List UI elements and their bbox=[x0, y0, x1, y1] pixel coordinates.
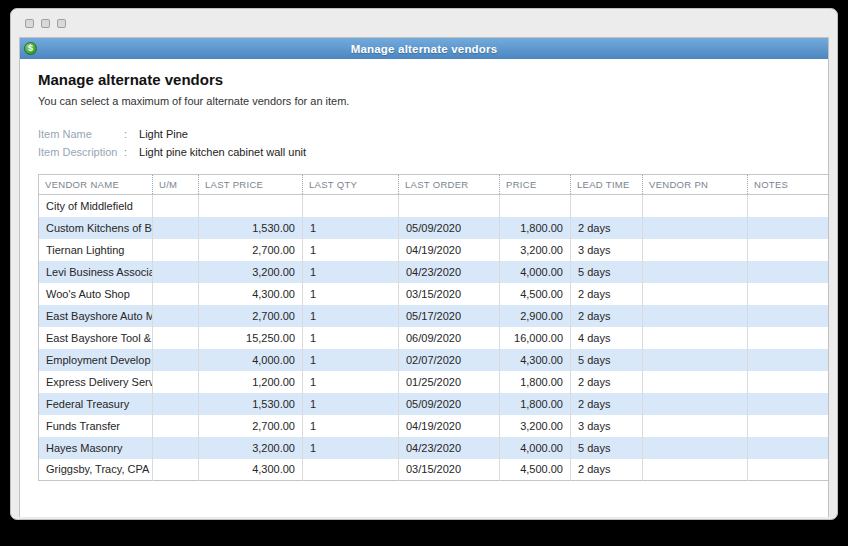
table-cell[interactable]: 1 bbox=[303, 217, 399, 239]
table-cell[interactable] bbox=[748, 415, 829, 437]
table-cell[interactable]: 04/23/2020 bbox=[399, 261, 500, 283]
table-cell[interactable]: 4,300.00 bbox=[199, 283, 303, 305]
table-cell[interactable] bbox=[643, 195, 748, 217]
table-cell[interactable]: 3 days bbox=[571, 415, 643, 437]
table-cell[interactable] bbox=[153, 283, 199, 305]
zoom-button[interactable] bbox=[57, 19, 66, 28]
table-row[interactable]: Levi Business Associa3,200.00104/23/2020… bbox=[39, 261, 829, 283]
table-row[interactable]: East Bayshore Tool & S15,250.00106/09/20… bbox=[39, 327, 829, 349]
table-cell[interactable] bbox=[153, 459, 199, 481]
table-cell[interactable]: 15,250.00 bbox=[199, 327, 303, 349]
table-cell[interactable]: Tiernan Lighting bbox=[39, 239, 153, 261]
table-cell[interactable] bbox=[153, 195, 199, 217]
table-cell[interactable]: 1 bbox=[303, 283, 399, 305]
table-cell[interactable]: 4,300.00 bbox=[199, 459, 303, 481]
table-row[interactable]: Woo's Auto Shop4,300.00103/15/20204,500.… bbox=[39, 283, 829, 305]
table-row[interactable]: Griggsby, Tracy, CPA4,300.0003/15/20204,… bbox=[39, 459, 829, 481]
table-cell[interactable]: 2 days bbox=[571, 217, 643, 239]
table-cell[interactable]: 2 days bbox=[571, 393, 643, 415]
table-cell[interactable]: 1 bbox=[303, 261, 399, 283]
table-cell[interactable]: 3,200.00 bbox=[500, 415, 571, 437]
table-cell[interactable]: 05/17/2020 bbox=[399, 305, 500, 327]
table-cell[interactable]: 2,900.00 bbox=[500, 305, 571, 327]
table-cell[interactable]: 04/19/2020 bbox=[399, 415, 500, 437]
table-row[interactable]: Express Delivery Servic1,200.00101/25/20… bbox=[39, 371, 829, 393]
table-cell[interactable] bbox=[748, 239, 829, 261]
table-cell[interactable] bbox=[153, 349, 199, 371]
table-cell[interactable]: 1 bbox=[303, 437, 399, 459]
table-cell[interactable]: 2 days bbox=[571, 459, 643, 481]
table-cell[interactable]: 1 bbox=[303, 415, 399, 437]
table-cell[interactable] bbox=[748, 393, 829, 415]
table-cell[interactable]: Custom Kitchens of Ba bbox=[39, 217, 153, 239]
table-cell[interactable] bbox=[643, 305, 748, 327]
table-cell[interactable] bbox=[643, 261, 748, 283]
table-cell[interactable]: East Bayshore Tool & S bbox=[39, 327, 153, 349]
table-cell[interactable]: 1 bbox=[303, 327, 399, 349]
table-cell[interactable] bbox=[643, 239, 748, 261]
table-cell[interactable] bbox=[643, 283, 748, 305]
table-cell[interactable] bbox=[643, 217, 748, 239]
table-cell[interactable] bbox=[153, 305, 199, 327]
table-cell[interactable] bbox=[153, 371, 199, 393]
table-cell[interactable]: 1 bbox=[303, 393, 399, 415]
table-cell[interactable]: 2 days bbox=[571, 283, 643, 305]
table-cell[interactable]: 2,700.00 bbox=[199, 239, 303, 261]
table-cell[interactable] bbox=[643, 437, 748, 459]
table-cell[interactable] bbox=[199, 195, 303, 217]
table-cell[interactable] bbox=[399, 195, 500, 217]
table-row[interactable]: Employment Develop4,000.00102/07/20204,3… bbox=[39, 349, 829, 371]
table-cell[interactable]: 2 days bbox=[571, 305, 643, 327]
table-cell[interactable]: 1 bbox=[303, 349, 399, 371]
dialog-titlebar[interactable]: $ Manage alternate vendors bbox=[20, 38, 828, 59]
table-cell[interactable] bbox=[748, 283, 829, 305]
table-cell[interactable]: 1,530.00 bbox=[199, 217, 303, 239]
table-cell[interactable] bbox=[153, 327, 199, 349]
table-cell[interactable]: 06/09/2020 bbox=[399, 327, 500, 349]
table-cell[interactable]: 04/23/2020 bbox=[399, 437, 500, 459]
table-cell[interactable]: 4,000.00 bbox=[500, 261, 571, 283]
table-row[interactable]: Tiernan Lighting2,700.00104/19/20203,200… bbox=[39, 239, 829, 261]
table-cell[interactable] bbox=[643, 393, 748, 415]
table-cell[interactable]: 2,700.00 bbox=[199, 415, 303, 437]
table-cell[interactable] bbox=[748, 371, 829, 393]
table-row[interactable]: Custom Kitchens of Ba1,530.00105/09/2020… bbox=[39, 217, 829, 239]
table-cell[interactable] bbox=[153, 261, 199, 283]
table-cell[interactable]: 3,200.00 bbox=[199, 261, 303, 283]
table-cell[interactable]: 05/09/2020 bbox=[399, 217, 500, 239]
table-cell[interactable] bbox=[643, 349, 748, 371]
table-cell[interactable]: 2,700.00 bbox=[199, 305, 303, 327]
table-cell[interactable] bbox=[748, 217, 829, 239]
table-cell[interactable]: 3,200.00 bbox=[199, 437, 303, 459]
table-cell[interactable]: 5 days bbox=[571, 349, 643, 371]
table-cell[interactable]: 03/15/2020 bbox=[399, 283, 500, 305]
table-cell[interactable]: 4,500.00 bbox=[500, 283, 571, 305]
close-button[interactable] bbox=[25, 19, 34, 28]
table-row[interactable]: Federal Treasury1,530.00105/09/20201,800… bbox=[39, 393, 829, 415]
table-cell[interactable]: 5 days bbox=[571, 437, 643, 459]
table-cell[interactable]: 2 days bbox=[571, 371, 643, 393]
table-cell[interactable]: Hayes Masonry bbox=[39, 437, 153, 459]
table-cell[interactable]: East Bayshore Auto Ma bbox=[39, 305, 153, 327]
table-row[interactable]: City of Middlefield bbox=[39, 195, 829, 217]
table-cell[interactable]: 1 bbox=[303, 239, 399, 261]
table-cell[interactable] bbox=[748, 437, 829, 459]
table-cell[interactable]: Griggsby, Tracy, CPA bbox=[39, 459, 153, 481]
table-cell[interactable]: Express Delivery Servic bbox=[39, 371, 153, 393]
table-cell[interactable]: 1 bbox=[303, 305, 399, 327]
table-cell[interactable] bbox=[153, 239, 199, 261]
table-cell[interactable] bbox=[153, 415, 199, 437]
table-cell[interactable]: 1,200.00 bbox=[199, 371, 303, 393]
table-cell[interactable] bbox=[748, 459, 829, 481]
table-cell[interactable]: Levi Business Associa bbox=[39, 261, 153, 283]
table-cell[interactable]: Woo's Auto Shop bbox=[39, 283, 153, 305]
table-cell[interactable] bbox=[643, 415, 748, 437]
table-cell[interactable]: 5 days bbox=[571, 261, 643, 283]
table-cell[interactable]: 1,800.00 bbox=[500, 371, 571, 393]
table-cell[interactable]: 16,000.00 bbox=[500, 327, 571, 349]
table-cell[interactable]: 4,300.00 bbox=[500, 349, 571, 371]
table-cell[interactable] bbox=[153, 437, 199, 459]
table-cell[interactable]: 1,800.00 bbox=[500, 393, 571, 415]
table-cell[interactable] bbox=[500, 195, 571, 217]
table-cell[interactable]: 4,000.00 bbox=[500, 437, 571, 459]
